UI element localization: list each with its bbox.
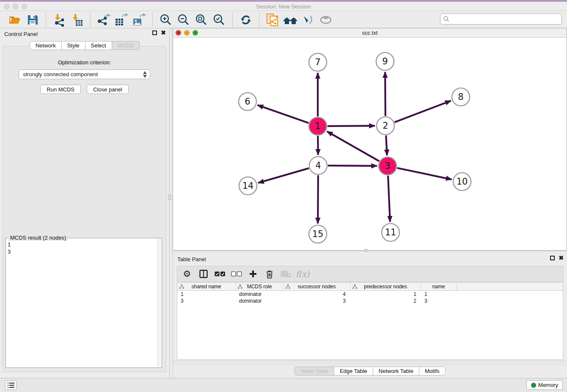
criterion-dropdown[interactable]: strongly connected component	[19, 69, 150, 79]
float-panel-icon[interactable]	[152, 30, 157, 35]
canvas-grip[interactable]	[364, 249, 368, 252]
mcds-tab-content: Optimization criterion: strongly connect…	[3, 46, 166, 372]
show-hide-icon[interactable]	[317, 13, 335, 27]
tab-network-table[interactable]: Network Table	[373, 367, 419, 375]
tab-motifs[interactable]: Motifs	[419, 367, 446, 375]
column-header-predecessor-nodes[interactable]: predecessor nodes	[350, 283, 421, 290]
zoom-in-icon[interactable]	[157, 13, 175, 27]
graph-node-14[interactable]: 14	[239, 177, 257, 195]
edge-3-11[interactable]	[388, 176, 390, 222]
delete-table-icon[interactable]	[281, 268, 292, 280]
cell-shared-name[interactable]: 1	[177, 291, 236, 298]
column-header-mcds-role[interactable]: MCDS role	[236, 283, 284, 290]
import-table-icon[interactable]	[68, 13, 86, 27]
cell-name[interactable]: 1	[421, 291, 457, 298]
edge-4-3[interactable]	[328, 166, 377, 166]
mcds-result-text[interactable]: 1 3	[8, 241, 156, 366]
function-builder-icon[interactable]: f(x)	[297, 268, 308, 280]
divider-grip[interactable]	[168, 195, 171, 200]
tab-mcds[interactable]: MCDS	[112, 41, 140, 50]
search-field[interactable]	[440, 14, 562, 25]
graph-node-6[interactable]: 6	[239, 93, 256, 110]
network-from-file-icon[interactable]	[264, 13, 281, 27]
edge-4-14[interactable]	[258, 168, 309, 183]
edge-2-8[interactable]	[394, 101, 451, 122]
column-header-name[interactable]: name	[421, 283, 457, 290]
edge-1-6[interactable]	[258, 105, 309, 123]
list-icon	[8, 382, 14, 388]
table-row[interactable]: 1dominator411	[177, 291, 563, 298]
gear-icon[interactable]: ⚙	[182, 268, 193, 280]
graph-node-2[interactable]: 2	[377, 117, 394, 135]
edge-4-15[interactable]	[318, 175, 318, 224]
save-session-icon[interactable]	[24, 13, 41, 27]
deselect-all-icon[interactable]	[231, 268, 242, 280]
export-table-icon[interactable]	[113, 13, 130, 27]
zoom-fit-icon[interactable]	[193, 13, 210, 27]
tab-node-table[interactable]: Node Table	[295, 367, 334, 375]
graph-node-7[interactable]: 7	[309, 53, 327, 71]
tab-select[interactable]: Select	[85, 41, 112, 50]
delete-icon[interactable]	[264, 268, 275, 280]
close-table-panel-icon[interactable]: ✖	[559, 256, 564, 260]
criterion-dropdown-value: strongly connected component	[23, 71, 98, 77]
cell-successor-nodes[interactable]: 4	[284, 291, 350, 298]
home-icon[interactable]	[281, 13, 299, 27]
cell-name[interactable]: 3	[421, 298, 457, 304]
apply-layout-icon[interactable]	[237, 13, 255, 27]
control-panel: Control Panel ✖ NetworkStyleSelectMCDS O…	[0, 28, 170, 378]
toolbar-separator	[90, 13, 91, 27]
search-input[interactable]	[450, 16, 561, 22]
mcds-result-box: MCDS result (2 nodes) 1 3	[6, 238, 162, 368]
cell-mcds-role[interactable]: dominator	[236, 298, 284, 304]
zoom-out-icon[interactable]	[175, 13, 193, 27]
memory-label: Memory	[538, 382, 558, 388]
apply-style-icon[interactable]	[299, 13, 317, 27]
edge-2-3[interactable]	[386, 135, 387, 155]
edge-3-1[interactable]	[327, 131, 379, 161]
column-header-shared-name[interactable]: shared name	[177, 283, 236, 290]
edge-1-2[interactable]	[328, 126, 375, 126]
zoom-selected-icon[interactable]	[210, 13, 228, 27]
edge-2-9[interactable]	[385, 72, 385, 116]
open-session-icon[interactable]	[6, 13, 24, 27]
add-row-icon[interactable]	[248, 268, 259, 280]
graph-node-10[interactable]: 10	[453, 173, 471, 190]
tab-edge-table[interactable]: Edge Table	[334, 367, 373, 375]
edge-3-10[interactable]	[397, 168, 452, 179]
svg-text:11: 11	[385, 227, 396, 237]
cell-shared-name[interactable]: 3	[177, 298, 236, 304]
export-image-icon[interactable]	[130, 13, 148, 27]
cell-predecessor-nodes[interactable]: 1	[350, 291, 421, 298]
tab-network[interactable]: Network	[30, 41, 62, 50]
run-mcds-button[interactable]: Run MCDS	[40, 85, 81, 94]
export-network-icon[interactable]	[95, 13, 113, 27]
graph-node-15[interactable]: 15	[309, 225, 327, 243]
import-network-icon[interactable]	[50, 13, 68, 27]
float-table-panel-icon[interactable]	[550, 256, 555, 260]
graph-node-4[interactable]: 4	[309, 157, 327, 174]
column-header-successor-nodes[interactable]: successor nodes	[284, 283, 350, 290]
task-history-button[interactable]	[5, 381, 17, 390]
cell-successor-nodes[interactable]: 3	[284, 298, 350, 304]
table-row[interactable]: 3dominator323	[177, 298, 563, 304]
cell-predecessor-nodes[interactable]: 2	[350, 298, 421, 304]
tab-style[interactable]: Style	[61, 41, 85, 50]
close-panel-icon[interactable]: ✖	[161, 30, 166, 35]
cell-mcds-role[interactable]: dominator	[236, 291, 284, 298]
result-scrollbar[interactable]	[157, 239, 161, 367]
graph-node-9[interactable]: 9	[376, 52, 394, 70]
close-panel-button[interactable]: Close panel	[87, 85, 129, 94]
graph-node-3[interactable]: 3	[379, 157, 396, 175]
select-all-icon[interactable]	[215, 268, 226, 280]
graph-node-11[interactable]: 11	[382, 224, 399, 241]
network-canvas[interactable]: 7968124314101511	[173, 38, 567, 250]
table-panel: Table Panel ✖ ⚙	[173, 252, 567, 378]
memory-button[interactable]: Memory	[526, 380, 563, 390]
svg-text:15: 15	[312, 229, 324, 239]
table-footer-strip	[173, 360, 567, 366]
graph-node-1[interactable]: 1	[309, 117, 327, 135]
columns-icon[interactable]	[198, 268, 209, 280]
network-title: scc.txt	[173, 30, 567, 36]
graph-node-8[interactable]: 8	[452, 88, 470, 106]
